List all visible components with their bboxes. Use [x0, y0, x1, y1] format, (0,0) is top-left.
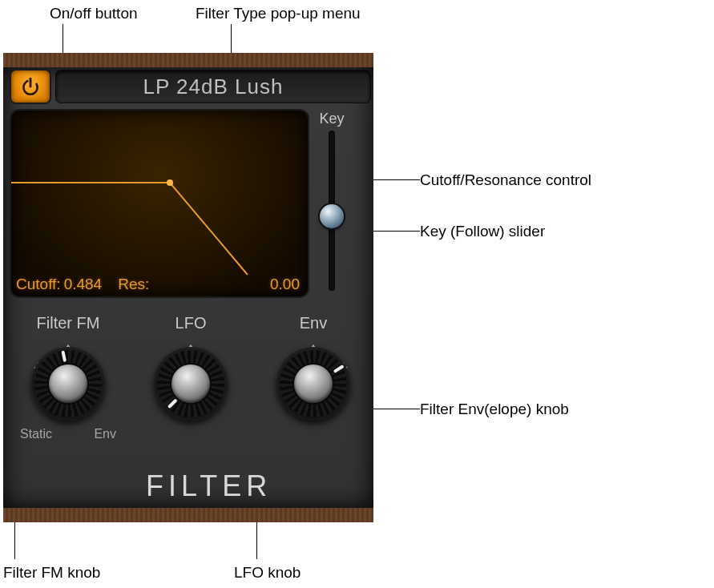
cutoff-value: 0.484: [64, 276, 103, 293]
filter-fm-knob[interactable]: [31, 347, 105, 421]
key-follow-thumb[interactable]: [320, 204, 344, 228]
fm-sub-env: Env: [94, 427, 116, 441]
key-follow-label: Key: [319, 111, 344, 127]
callout-env-knob: Filter Env(elope) knob: [420, 401, 569, 418]
callout-fm-knob: Filter FM knob: [3, 564, 100, 582]
display-readout: Cutoff: 0.484 Res: 0.00: [11, 272, 308, 296]
callout-filter-type: Filter Type pop-up menu: [196, 5, 361, 22]
cutoff-resonance-display[interactable]: Cutoff: 0.484 Res: 0.00: [11, 111, 308, 296]
filter-fm-label: Filter FM: [37, 314, 100, 332]
power-icon: [20, 76, 41, 97]
key-follow-slider[interactable]: [329, 131, 335, 291]
env-knob[interactable]: [276, 347, 350, 421]
callout-key-slider: Key (Follow) slider: [420, 223, 545, 240]
lfo-group: LFO: [139, 314, 243, 441]
key-follow-slider-group: Key: [314, 111, 349, 296]
power-button[interactable]: [11, 70, 50, 103]
res-value: 0.00: [270, 276, 300, 293]
env-label: Env: [300, 314, 327, 332]
svg-point-2: [167, 179, 173, 186]
callout-line: [369, 231, 420, 232]
cutoff-label: Cutoff:: [16, 276, 61, 293]
res-label: Res:: [118, 276, 149, 293]
filter-curve: [11, 111, 308, 296]
callout-cutoff-res: Cutoff/Resonance control: [420, 171, 591, 189]
lfo-knob[interactable]: [154, 347, 228, 421]
callout-lfo-knob: LFO knob: [234, 564, 301, 582]
lfo-label: LFO: [175, 314, 207, 332]
section-title: FILTER: [146, 469, 272, 503]
fm-sub-static: Static: [20, 427, 52, 441]
callout-onoff: On/off button: [50, 5, 138, 22]
filter-fm-group: Filter FM Static Env: [16, 314, 120, 441]
filter-module: LP 24dB Lush Cutoff: 0.484 Res: 0.00 Key: [3, 53, 373, 522]
filter-type-popup[interactable]: LP 24dB Lush: [56, 70, 370, 103]
env-group: Env: [261, 314, 365, 441]
